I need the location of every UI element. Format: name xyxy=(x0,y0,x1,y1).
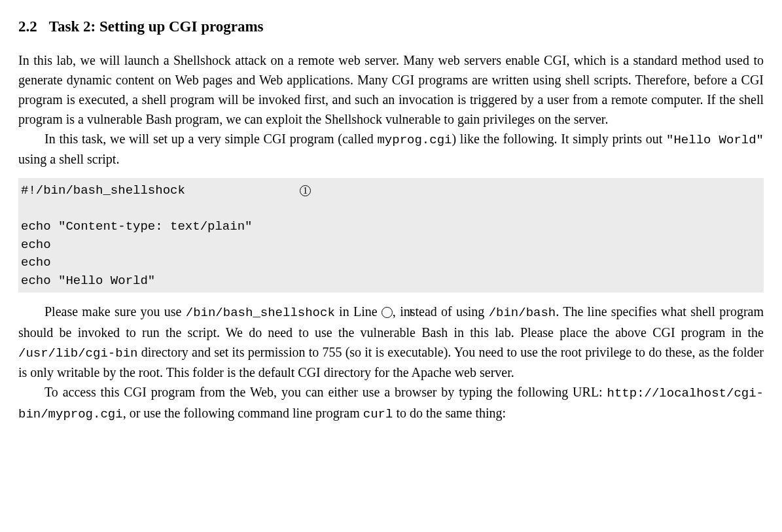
para4-a: To access this CGI program from the Web,… xyxy=(44,385,607,399)
code-line-annotation: 1 xyxy=(300,183,311,201)
para1-text: In this lab, we will launch a Shellshock… xyxy=(18,53,764,126)
inline-code-bash-path: /bin/bash xyxy=(489,306,556,320)
para3-a: Please make sure you use xyxy=(44,304,186,319)
inline-code-shellshock-path: /bin/bash_shellshock xyxy=(186,306,335,320)
code-block: #!/bin/bash_shellshock1 echo "Content-ty… xyxy=(18,178,764,293)
paragraph-3: Please make sure you use /bin/bash_shell… xyxy=(18,302,764,382)
code-line-4: echo xyxy=(21,238,51,252)
section-heading: 2.2Task 2: Setting up CGI programs xyxy=(18,16,764,39)
paragraph-4: To access this CGI program from the Web,… xyxy=(18,382,764,423)
code-line-3: echo "Content-type: text/plain" xyxy=(21,219,252,234)
para2-a: In this task, we will set up a very simp… xyxy=(44,132,377,146)
para2-b: ) like the following. It simply prints o… xyxy=(452,132,666,146)
inline-code-hello: "Hello World" xyxy=(666,133,764,147)
paragraph-1: In this lab, we will launch a Shellshock… xyxy=(18,50,764,129)
para2-c: using a shell script. xyxy=(18,152,119,166)
code-line-1: #!/bin/bash_shellshock xyxy=(21,183,185,198)
section-number: 2.2 xyxy=(18,16,37,39)
code-line-6: echo "Hello World" xyxy=(21,274,155,288)
paragraph-2: In this task, we will set up a very simp… xyxy=(18,129,764,169)
inline-code-curl: curl xyxy=(363,407,393,421)
inline-code-cgi-dir: /usr/lib/cgi-bin xyxy=(18,346,137,361)
inline-code-myprog: myprog.cgi xyxy=(377,133,452,147)
para4-b: , or use the following command line prog… xyxy=(123,406,363,420)
circled-one-icon: 1 xyxy=(382,307,393,318)
code-line-5: echo xyxy=(21,255,51,270)
circled-one-icon: 1 xyxy=(300,185,311,196)
para3-c: , instead of using xyxy=(393,304,489,319)
para3-b: in Line xyxy=(335,304,382,319)
para4-c: to do the same thing: xyxy=(393,406,506,420)
section-title: Task 2: Setting up CGI programs xyxy=(49,18,264,35)
